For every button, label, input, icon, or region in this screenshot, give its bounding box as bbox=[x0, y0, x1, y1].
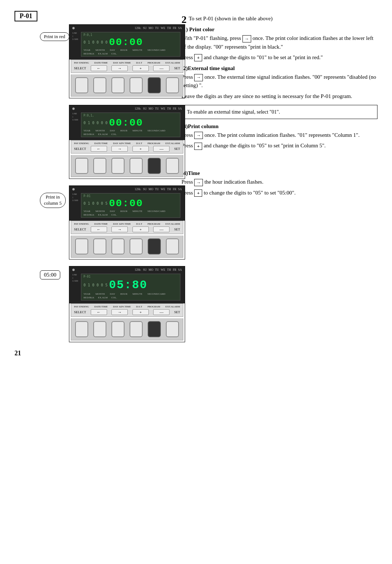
key-4-2[interactable] bbox=[93, 321, 106, 337]
step2-intro: 2 To set P-01 (shown in the table above) bbox=[181, 15, 377, 23]
btn-left-4[interactable]: ← bbox=[91, 309, 107, 315]
key-3-4[interactable] bbox=[130, 238, 143, 254]
btn-right-1[interactable]: → bbox=[111, 65, 128, 71]
device-block-1: Print in red 12Hr. SUMOTUWETHFRSA 1/60 ↕ bbox=[44, 24, 171, 98]
button-strip-3: PAY ENDINGDATE/TIMEDAY ADV.TIMED.S.TPROG… bbox=[71, 221, 183, 234]
page-layout: P-01 Print in red 12Hr. SUMOTUWETHFRSA 1 bbox=[15, 11, 377, 357]
key-1-6[interactable] bbox=[166, 77, 179, 93]
btn-left-1[interactable]: ← bbox=[91, 65, 107, 71]
power-dot bbox=[72, 27, 75, 29]
section3-title: (3)Print column bbox=[181, 123, 377, 130]
display-1: P:0,1 0 1 0 0 0 0 00:00 YEARMONTHDAYHOUR… bbox=[81, 32, 180, 57]
day-labels-4: 12Hr. SUMOTUWETHFRSA bbox=[135, 268, 182, 271]
plus-btn-3: + bbox=[194, 189, 202, 197]
page-number: 21 bbox=[15, 350, 171, 357]
section1-p2: Press + and change the digits to "01" to… bbox=[181, 53, 377, 62]
key-4-4[interactable] bbox=[130, 321, 143, 337]
btn-minus-4[interactable]: — bbox=[153, 309, 170, 315]
device-2-top: 12Hr. SUMOTUWETHFRSA 1/60 ↕ 1/100 P:0,1 bbox=[69, 105, 185, 140]
key-1-2[interactable] bbox=[93, 77, 106, 93]
key-1-1[interactable] bbox=[75, 77, 88, 93]
btn-plus-1[interactable]: + bbox=[132, 65, 149, 71]
display-3: P-01 0 1 0 0 0 5 00:00 YEARMONTHDAYHOURM… bbox=[81, 193, 180, 218]
section1-p1: With "P-01" flashing, press → once. The … bbox=[181, 34, 377, 51]
display-4: P-01 0 1 0 0 0 5 05:80 YEARMONTHDAYHOURM… bbox=[81, 274, 180, 301]
key-3-1[interactable] bbox=[75, 238, 88, 254]
bottom-labels-4: YEARMONTHDAYHOURMINUTESECOND/CARD bbox=[83, 292, 178, 296]
button-strip-2: PAY ENDINGDATE/TIMEDAY ADV.TIMED.S.TPROG… bbox=[71, 140, 183, 154]
arrow-btn-3: → bbox=[194, 132, 203, 139]
callout-3: Print incolumn 5 bbox=[40, 193, 66, 208]
btn-minus-2[interactable]: — bbox=[153, 146, 170, 152]
key-2-2[interactable] bbox=[93, 158, 106, 174]
btn-minus-1[interactable]: — bbox=[153, 65, 170, 71]
key-2-1[interactable] bbox=[75, 158, 88, 174]
section2-title: (2)External time signal bbox=[181, 65, 377, 71]
btn-left-2[interactable]: ← bbox=[91, 146, 107, 152]
device-3: 12Hr. SUMOTUWETHFRSA 1/60 ↕ 1/100 P-01 bbox=[69, 185, 185, 259]
key-1-3[interactable] bbox=[111, 77, 124, 93]
keys-row-3 bbox=[71, 236, 183, 258]
key-2-6[interactable] bbox=[166, 158, 179, 174]
key-2-5[interactable] bbox=[148, 158, 161, 174]
keys-row-2 bbox=[71, 155, 183, 177]
key-3-6[interactable] bbox=[166, 238, 179, 254]
power-dot-3 bbox=[72, 188, 75, 191]
key-4-3[interactable] bbox=[111, 321, 124, 337]
day-labels: 12Hr. SUMOTUWETHFRSA bbox=[135, 26, 182, 30]
key-3-3[interactable] bbox=[111, 238, 124, 254]
device-block-3: Print incolumn 5 12Hr. SUMOTUWETHFRSA 1/… bbox=[44, 185, 171, 259]
section3-p1: Press → once. The print column indicatio… bbox=[181, 131, 377, 139]
left-column: P-01 Print in red 12Hr. SUMOTUWETHFRSA 1 bbox=[15, 11, 171, 357]
btn-right-3[interactable]: → bbox=[111, 226, 128, 232]
section3-p2: Press + and change the digits to "05" to… bbox=[181, 142, 377, 150]
keys-row-4 bbox=[71, 318, 183, 340]
arrow-btn-2: → bbox=[194, 74, 203, 81]
step2-text: To set P-01 (shown in the table above) bbox=[189, 16, 273, 21]
callout-4: 05:00 bbox=[40, 270, 60, 279]
key-2-4[interactable] bbox=[130, 158, 143, 174]
section4-title: (4)Time bbox=[181, 170, 377, 176]
button-strip-4: PAY ENDINGDATE/TIMEDAY ADV.TIMED.S.TPROG… bbox=[71, 303, 183, 317]
device-1-top: 12Hr. SUMOTUWETHFRSA 1/60 ↕ 1/100 P:0,1 bbox=[69, 25, 185, 60]
device-2: 12Hr. SUMOTUWETHFRSA 1/60 ↕ 1/100 P:0,1 bbox=[69, 105, 185, 179]
info-box: To enable an external time signal, selec… bbox=[181, 105, 377, 119]
btn-plus-4[interactable]: + bbox=[132, 309, 149, 315]
right-column: 2 To set P-01 (shown in the table above)… bbox=[181, 11, 377, 357]
device-1: 12Hr. SUMOTUWETHFRSA 1/60 ↕ 1/100 P:0,1 bbox=[69, 24, 185, 98]
plus-btn-2: + bbox=[194, 143, 202, 150]
device-3-top: 12Hr. SUMOTUWETHFRSA 1/60 ↕ 1/100 P-01 bbox=[69, 186, 185, 221]
section2-p1: Press → once. The external time signal i… bbox=[181, 73, 377, 90]
btn-left-3[interactable]: ← bbox=[91, 226, 107, 232]
p01-badge: P-01 bbox=[15, 11, 37, 21]
display-2: P:0,1, 0 1 0 0 0 0 00:00 YEARMONTHDAYHOU… bbox=[81, 113, 180, 137]
step-number: 2 bbox=[181, 15, 187, 25]
section2-p2: Leave the digits as they are since no se… bbox=[181, 92, 377, 101]
key-3-2[interactable] bbox=[93, 238, 106, 254]
btn-plus-2[interactable]: + bbox=[132, 146, 149, 152]
power-dot-2 bbox=[72, 107, 75, 110]
key-1-5[interactable] bbox=[148, 77, 161, 93]
bottom-labels-3: YEARMONTHDAYHOURMINUTESECOND/CARD bbox=[83, 209, 178, 213]
device-4: 12Hr. SUMOTUWETHFRSA 1/60 ↕ 1/100 P-01 bbox=[69, 266, 185, 342]
bottom-labels-2: YEARMONTHDAYHOURMINUTESECOND/CARD bbox=[83, 128, 178, 133]
key-2-3[interactable] bbox=[111, 158, 124, 174]
power-dot-4 bbox=[72, 269, 75, 271]
btn-right-4[interactable]: → bbox=[111, 309, 128, 315]
key-3-5[interactable] bbox=[148, 238, 161, 254]
key-4-5[interactable] bbox=[148, 321, 161, 337]
key-4-6[interactable] bbox=[166, 321, 179, 337]
btn-plus-3[interactable]: + bbox=[132, 226, 149, 232]
key-4-1[interactable] bbox=[75, 321, 88, 337]
day-labels-2: 12Hr. SUMOTUWETHFRSA bbox=[135, 107, 182, 110]
bottom-labels-1: YEARMONTHDAYHOURMINUTESECOND/CARD bbox=[83, 48, 178, 52]
device-4-top: 12Hr. SUMOTUWETHFRSA 1/60 ↕ 1/100 P-01 bbox=[69, 266, 185, 303]
btn-minus-3[interactable]: — bbox=[153, 226, 170, 232]
device-block-4: 05:00 12Hr. SUMOTUWETHFRSA 1/60 ↕ bbox=[44, 266, 171, 342]
button-strip-1: PAY ENDINGDATE/TIMEDAY ADV.TIMED.S.TPROG… bbox=[71, 60, 183, 73]
arrow-btn-4: → bbox=[194, 179, 203, 186]
btn-right-2[interactable]: → bbox=[111, 146, 128, 152]
device-block-2: 12Hr. SUMOTUWETHFRSA 1/60 ↕ 1/100 P:0,1 bbox=[44, 105, 171, 179]
section4-p1: Press → the hour indication flashes. bbox=[181, 178, 377, 186]
key-1-4[interactable] bbox=[130, 77, 143, 93]
